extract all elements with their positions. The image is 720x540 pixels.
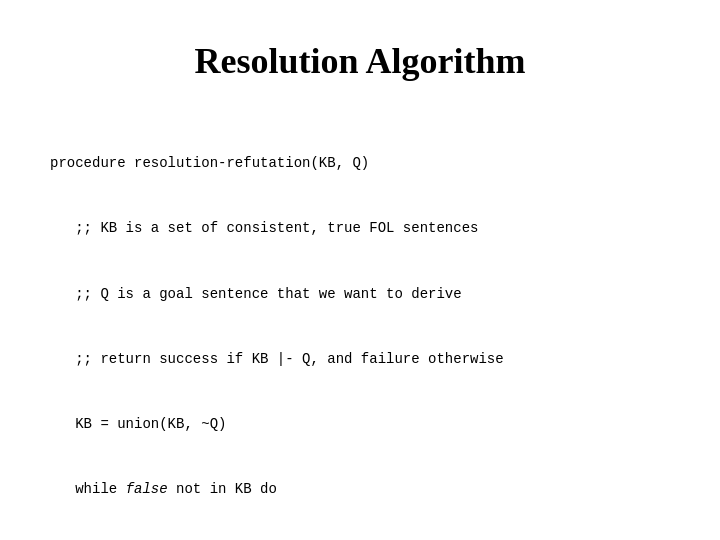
code-block: procedure resolution-refutation(KB, Q) ;… — [50, 110, 670, 540]
slide: Resolution Algorithm procedure resolutio… — [0, 0, 720, 540]
code-line-4: ;; return success if KB |- Q, and failur… — [50, 349, 670, 371]
slide-title: Resolution Algorithm — [50, 40, 670, 82]
italic-false: false — [126, 481, 168, 497]
code-line-1: procedure resolution-refutation(KB, Q) — [50, 153, 670, 175]
code-line-6: while false not in KB do — [50, 479, 670, 501]
code-line-3: ;; Q is a goal sentence that we want to … — [50, 284, 670, 306]
code-line-2: ;; KB is a set of consistent, true FOL s… — [50, 218, 670, 240]
code-line-5: KB = union(KB, ~Q) — [50, 414, 670, 436]
